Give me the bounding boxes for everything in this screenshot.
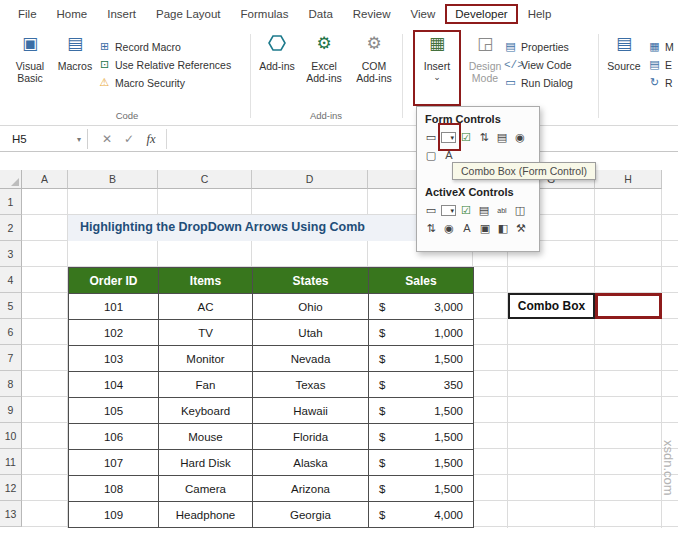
name-box-dropdown-icon[interactable]: ▾ <box>77 135 81 144</box>
source-button[interactable]: ▤ Source <box>604 32 644 108</box>
cell[interactable]: 105 <box>69 398 159 424</box>
refresh-data-button[interactable]: ↻ R <box>648 74 673 91</box>
cell[interactable]: Nevada <box>253 346 369 372</box>
macros-button[interactable]: ▤ Macros <box>54 32 96 108</box>
insert-controls-button[interactable]: ▦ Insert ⌄ <box>416 32 458 108</box>
combo-box-icon[interactable]: ▾ <box>441 132 456 143</box>
tab-formulas[interactable]: Formulas <box>231 5 299 23</box>
selected-cell-h5-highlight[interactable] <box>595 293 662 319</box>
cell[interactable]: Fan <box>159 372 253 398</box>
text-box-icon[interactable]: abl <box>494 203 510 217</box>
combo-box-icon[interactable]: ▾ <box>441 205 456 216</box>
cell[interactable]: AC <box>159 294 253 320</box>
tab-home[interactable]: Home <box>47 5 98 23</box>
add-ins-button[interactable]: Add-ins <box>256 32 298 108</box>
cell-sales[interactable]: $1,500 <box>369 476 474 502</box>
macro-security-button[interactable]: ⚠ Macro Security <box>98 74 185 91</box>
column-header-A[interactable]: A <box>22 170 68 189</box>
cell[interactable]: Keyboard <box>159 398 253 424</box>
tab-page-layout[interactable]: Page Layout <box>146 5 231 23</box>
cell-sales[interactable]: $1,500 <box>369 424 474 450</box>
cell[interactable]: 106 <box>69 424 159 450</box>
row-header-8[interactable]: 8 <box>0 371 22 397</box>
cell[interactable]: Camera <box>159 476 253 502</box>
row-header-6[interactable]: 6 <box>0 319 22 345</box>
row-header-5[interactable]: 5 <box>0 293 22 319</box>
cell[interactable]: 102 <box>69 320 159 346</box>
toggle-button-icon[interactable]: ◧ <box>495 221 511 235</box>
cell[interactable]: Texas <box>253 372 369 398</box>
cell-sales[interactable]: $4,000 <box>369 502 474 528</box>
label-icon[interactable]: A <box>459 221 475 235</box>
option-button-icon[interactable]: ◉ <box>512 130 528 144</box>
use-relative-references-button[interactable]: ⊡ Use Relative References <box>98 56 231 73</box>
cell-sales[interactable]: $1,500 <box>369 398 474 424</box>
row-header-2[interactable]: 2 <box>0 215 22 241</box>
select-all-corner[interactable] <box>0 170 22 189</box>
row-header-11[interactable]: 11 <box>0 449 22 475</box>
cell[interactable]: 101 <box>69 294 159 320</box>
header-sales[interactable]: Sales <box>369 268 474 294</box>
check-box-icon[interactable]: ☑ <box>458 130 474 144</box>
row-header-12[interactable]: 12 <box>0 475 22 501</box>
map-properties-button[interactable]: ▦ M <box>648 38 674 55</box>
cell[interactable]: 107 <box>69 450 159 476</box>
cell[interactable]: Monitor <box>159 346 253 372</box>
tab-file[interactable]: File <box>8 5 47 23</box>
record-macro-button[interactable]: ⊞ Record Macro <box>98 38 181 55</box>
cell[interactable]: Georgia <box>253 502 369 528</box>
row-header-4[interactable]: 4 <box>0 267 22 293</box>
row-header-10[interactable]: 10 <box>0 423 22 449</box>
image-icon[interactable]: ▣ <box>477 221 493 235</box>
tab-developer[interactable]: Developer <box>445 4 517 24</box>
combo-box-label-cell[interactable]: Combo Box <box>508 293 595 319</box>
column-header-C[interactable]: C <box>158 170 252 189</box>
row-header-3[interactable]: 3 <box>0 241 22 267</box>
row-header-9[interactable]: 9 <box>0 397 22 423</box>
cell[interactable]: TV <box>159 320 253 346</box>
cell[interactable]: Ohio <box>253 294 369 320</box>
cell[interactable]: Florida <box>253 424 369 450</box>
header-items[interactable]: Items <box>159 268 253 294</box>
cell[interactable]: 109 <box>69 502 159 528</box>
list-box-icon[interactable]: ▤ <box>476 203 492 217</box>
expansion-packs-button[interactable]: ▤ E <box>648 56 672 73</box>
group-box-icon[interactable]: ▢ <box>423 148 439 162</box>
cell[interactable]: Alaska <box>253 450 369 476</box>
option-button-icon[interactable]: ◉ <box>441 221 457 235</box>
cell-sales[interactable]: $1,000 <box>369 320 474 346</box>
cell[interactable]: 108 <box>69 476 159 502</box>
design-mode-button[interactable]: ◲ Design Mode <box>462 32 508 108</box>
cancel-icon[interactable]: ✕ <box>98 129 116 149</box>
command-button-icon[interactable]: ▭ <box>423 203 439 217</box>
run-dialog-button[interactable]: ▭ Run Dialog <box>504 74 573 91</box>
excel-add-ins-button[interactable]: ⚙ Excel Add-ins <box>300 32 348 108</box>
insert-function-icon[interactable]: fx <box>142 129 160 149</box>
column-header-D[interactable]: D <box>252 170 368 189</box>
column-header-H[interactable]: H <box>595 170 662 189</box>
tab-review[interactable]: Review <box>343 5 401 23</box>
cell[interactable]: Headphone <box>159 502 253 528</box>
cell[interactable]: Mouse <box>159 424 253 450</box>
spin-button-icon[interactable]: ⇅ <box>423 221 439 235</box>
header-states[interactable]: States <box>253 268 369 294</box>
tab-help[interactable]: Help <box>518 5 562 23</box>
tab-insert[interactable]: Insert <box>97 5 146 23</box>
cell-sales[interactable]: $350 <box>369 372 474 398</box>
row-header-1[interactable]: 1 <box>0 189 22 215</box>
cell[interactable]: 104 <box>69 372 159 398</box>
properties-button[interactable]: ▤ Properties <box>504 38 569 55</box>
enter-check-icon[interactable]: ✓ <box>120 129 138 149</box>
com-add-ins-button[interactable]: ⚙ COM Add-ins <box>350 32 398 108</box>
cell[interactable]: Utah <box>253 320 369 346</box>
visual-basic-button[interactable]: ▣ Visual Basic <box>8 32 52 108</box>
cell-sales[interactable]: $1,500 <box>369 450 474 476</box>
name-box[interactable]: H5 ▾ <box>4 129 88 149</box>
row-header-13[interactable]: 13 <box>0 501 22 527</box>
cell[interactable]: Hawaii <box>253 398 369 424</box>
check-box-icon[interactable]: ☑ <box>458 203 474 217</box>
cell[interactable]: 103 <box>69 346 159 372</box>
label-icon[interactable]: A <box>441 148 457 162</box>
more-controls-icon[interactable]: ⚒ <box>513 221 529 235</box>
button-icon[interactable]: ▭ <box>423 130 439 144</box>
